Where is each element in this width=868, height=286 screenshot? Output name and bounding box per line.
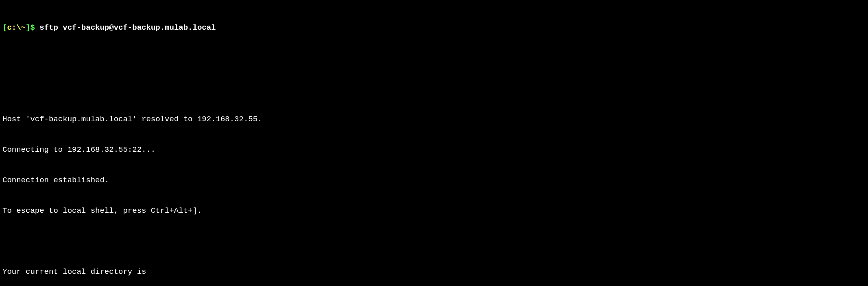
- prompt-path: c:\~: [7, 23, 26, 32]
- sftp-command: sftp vcf-backup@vcf-backup.mulab.local: [39, 23, 216, 32]
- output-escape-hint: To escape to local shell, press Ctrl+Alt…: [2, 206, 866, 216]
- blank-line: [2, 53, 866, 63]
- prompt-close-bracket: ]: [26, 23, 30, 32]
- output-connecting: Connecting to 192.168.32.55:22...: [2, 145, 866, 155]
- output-host-resolved: Host 'vcf-backup.mulab.local' resolved t…: [2, 114, 866, 124]
- blank-line: [2, 84, 866, 94]
- terminal-window[interactable]: [c:\~]$ sftp vcf-backup@vcf-backup.mulab…: [0, 0, 868, 286]
- output-connection-established: Connection established.: [2, 175, 866, 186]
- output-local-dir-label: Your current local directory is: [2, 267, 866, 277]
- command-line: [c:\~]$ sftp vcf-backup@vcf-backup.mulab…: [2, 23, 866, 33]
- prompt-dollar: $: [30, 23, 39, 32]
- blank-line: [2, 236, 866, 247]
- prompt-open-bracket: [: [2, 23, 7, 32]
